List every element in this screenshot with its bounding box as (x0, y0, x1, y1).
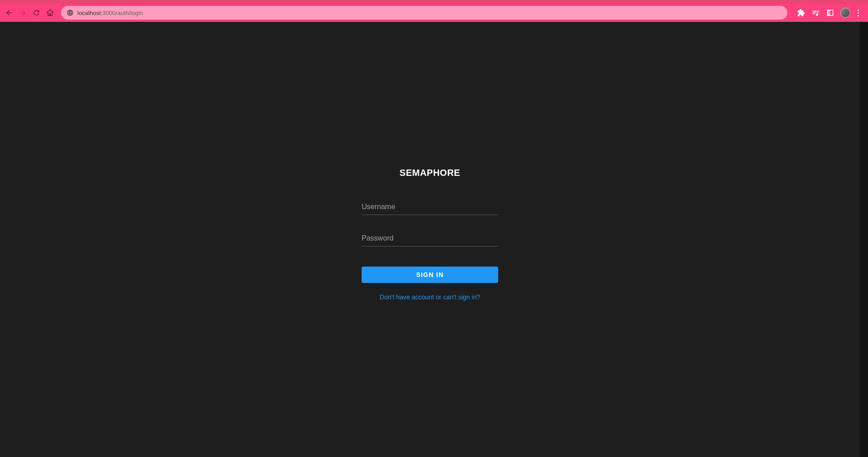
home-icon (46, 9, 54, 17)
browser-menu-button[interactable] (856, 8, 861, 18)
app-title: SEMAPHORE (362, 168, 498, 178)
url-path: 3000/auth/login (102, 10, 143, 16)
dot-icon (858, 15, 859, 16)
scrollbar-track[interactable] (860, 22, 868, 457)
username-field-group: Username (362, 200, 498, 215)
nav-forward-button[interactable] (17, 7, 28, 18)
panel-icon (826, 9, 834, 17)
browser-toolbar: localhost:3000/auth/login (0, 4, 868, 22)
url-text: localhost:3000/auth/login (77, 10, 143, 16)
globe-icon (66, 9, 74, 16)
toolbar-right-icons (793, 8, 864, 18)
password-field-group: Password (362, 231, 498, 246)
help-link[interactable]: Don't have account or can't sign in? (380, 293, 480, 301)
arrow-right-icon (19, 9, 27, 17)
arrow-left-icon (5, 9, 13, 17)
address-bar[interactable]: localhost:3000/auth/login (61, 6, 787, 20)
nav-back-button[interactable] (4, 7, 15, 18)
extensions-button[interactable] (797, 8, 806, 17)
music-playlist-icon (812, 9, 820, 17)
url-host: localhost: (77, 10, 102, 16)
username-input[interactable] (362, 200, 498, 215)
page-content: SEMAPHORE Username Password SIGN IN Don'… (0, 22, 860, 457)
puzzle-icon (797, 9, 805, 17)
login-form: SEMAPHORE Username Password SIGN IN Don'… (362, 168, 498, 457)
panel-button[interactable] (826, 8, 835, 17)
nav-home-button[interactable] (45, 7, 56, 18)
media-button[interactable] (811, 8, 820, 17)
dot-icon (858, 12, 859, 14)
profile-avatar[interactable] (840, 8, 850, 18)
nav-reload-button[interactable] (31, 7, 42, 18)
dot-icon (858, 10, 859, 11)
signin-button[interactable]: SIGN IN (362, 267, 498, 283)
page-viewport: SEMAPHORE Username Password SIGN IN Don'… (0, 22, 868, 457)
password-input[interactable] (362, 231, 498, 246)
reload-icon (32, 9, 41, 17)
browser-tab-strip (0, 0, 868, 4)
